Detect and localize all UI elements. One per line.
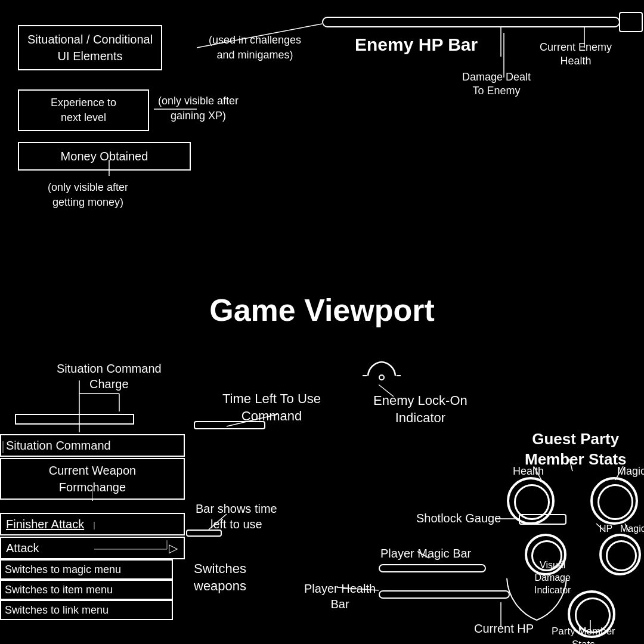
player-health-bar-graphic	[379, 590, 510, 599]
switches-link-box: Switches to link menu	[0, 600, 173, 620]
hp-label: HP	[599, 524, 612, 534]
finisher-attack-box: Finisher Attack	[0, 513, 185, 535]
switches-item-box: Switches to item menu	[0, 580, 173, 600]
bar-shows-time-label: Bar shows timeleft to use	[196, 501, 277, 532]
only-visible-xp-label: (only visible aftergaining XP)	[158, 94, 239, 123]
used-in-challenges-label: (used in challengesand minigames)	[209, 33, 301, 63]
situation-command-charge-label: Situation CommandCharge	[57, 361, 162, 392]
enemy-hp-bar-graphic	[322, 17, 620, 27]
player-health-bar-label: Player HealthBar	[304, 581, 376, 612]
shotlock-gauge-graphic	[519, 514, 566, 525]
situation-command-box: Situation Command	[0, 434, 185, 457]
attack-box: Attack ▷	[0, 537, 185, 559]
visual-damage-svg	[501, 531, 572, 626]
situational-conditional-box: Situational / ConditionalUI Elements	[18, 25, 162, 70]
cursor-arrow: ▷	[169, 541, 178, 555]
switches-magic-box: Switches to magic menu	[0, 559, 173, 580]
enemy-hp-bar-label: Enemy HP Bar	[355, 35, 478, 55]
magic-gauge-inner	[606, 540, 637, 571]
player-magic-bar-graphic	[379, 564, 486, 572]
guest-magic-gauge	[590, 477, 638, 525]
magic-gauge	[599, 534, 641, 575]
game-viewport-title: Game Viewport	[209, 292, 435, 328]
money-obtained-box: Money Obtained	[18, 142, 191, 171]
time-left-visual-bar	[186, 530, 222, 537]
shotlock-gauge-label: Shotlock Gauge	[416, 512, 501, 525]
current-hp-label: Current HP	[474, 622, 534, 636]
current-enemy-health-label: Current Enemy Health	[540, 41, 612, 69]
magic-label-guest: Magic	[617, 465, 644, 478]
svg-point-28	[379, 375, 384, 380]
health-label-guest: Health	[513, 465, 544, 478]
guest-party-label: Guest PartyMember Stats	[525, 429, 627, 470]
guest-magic-gauge-inner	[597, 484, 633, 520]
time-left-label: Time Left To UseCommand	[222, 391, 321, 425]
experience-box: Experience tonext level	[18, 89, 149, 131]
current-weapon-box: Current WeaponFormchange	[0, 458, 185, 500]
damage-dealt-label: Damage Dealt To Enemy	[462, 70, 531, 98]
player-magic-bar-label: Player Magic Bar	[380, 546, 471, 561]
situation-command-charge-bar	[15, 414, 134, 425]
enemy-lockon-svg	[361, 355, 402, 394]
party-member-stats-label: Party MemberStats	[552, 625, 615, 644]
time-left-bar	[194, 421, 265, 429]
switches-weapons-label: Switchesweapons	[194, 561, 246, 595]
magic-label-hud: Magic	[620, 524, 644, 534]
only-visible-money-label: (only visible aftergetting money)	[48, 180, 128, 210]
enemy-lockon-label: Enemy Lock-OnIndicator	[373, 392, 467, 426]
enemy-hp-bar-tab	[619, 12, 643, 32]
